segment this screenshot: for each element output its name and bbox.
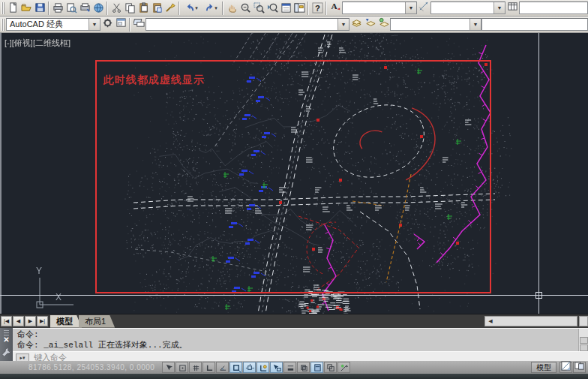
chevron-down-icon[interactable]: ▼ [470, 19, 481, 30]
layer-combo[interactable]: ▼ [146, 18, 350, 31]
undo-button[interactable]: ▾ [182, 2, 201, 15]
drawing-area[interactable]: [-][俯视][二维线框] 此时线都成虚线显示 Y X [0, 33, 588, 314]
tab-layout1[interactable]: 布局1 [79, 315, 115, 328]
command-window-drag-grip[interactable] [4, 329, 9, 335]
toggle-selection-cycling[interactable] [324, 362, 337, 373]
status-right-group: 模型 [531, 362, 586, 373]
toolbar-drag-handle[interactable] [2, 2, 4, 14]
standard-toolbar: ▾▾? A ▼ ▼ [0, 0, 588, 17]
model-space-button[interactable]: 模型 [531, 362, 556, 373]
open-file-button[interactable] [20, 2, 33, 15]
tab-nav-next-button[interactable]: ▶ [25, 316, 36, 326]
layers-icon [134, 17, 145, 32]
chevron-down-icon[interactable]: ▾ [195, 5, 198, 11]
table-style-combo[interactable] [519, 2, 588, 14]
scroll-up-icon[interactable] [580, 337, 588, 344]
zoom-window-button[interactable] [252, 2, 266, 15]
workspace-settings-button[interactable] [100, 18, 114, 32]
chevron-down-icon[interactable]: ▼ [494, 2, 505, 14]
dim-style-combo[interactable]: ▼ [430, 2, 506, 14]
wrench-icon-glyph [1, 347, 12, 360]
copy-button[interactable] [123, 2, 136, 15]
chevron-down-icon[interactable]: ▼ [405, 2, 416, 14]
text-style-icon-glyph: A [330, 1, 341, 15]
toggle-ortho-mode[interactable] [202, 362, 215, 373]
linetype-combo[interactable] [482, 18, 588, 31]
plot-button[interactable] [51, 2, 64, 15]
toggle-object-snap[interactable] [230, 362, 242, 373]
workspace-save-button[interactable] [114, 18, 128, 32]
paste-button[interactable] [136, 2, 150, 15]
workspace-switch-button[interactable] [573, 362, 586, 373]
layer-previous-button[interactable] [363, 18, 376, 32]
toggle-snap-mode[interactable] [176, 362, 188, 373]
table-style-icon[interactable] [506, 2, 519, 15]
properties-button[interactable] [279, 2, 292, 15]
toggle-infer-constraints[interactable] [162, 362, 175, 373]
command-history-line: 命令: _ai_selall 正在选择对象...完成。 [17, 340, 584, 350]
layer-states-button[interactable] [350, 18, 363, 32]
chevron-down-icon[interactable]: ▾ [214, 5, 218, 11]
toolbar-separator [48, 2, 50, 15]
pan-button[interactable] [225, 2, 238, 15]
page-setup-button[interactable] [78, 2, 92, 15]
wrench-icon[interactable] [1, 347, 12, 361]
toggle-object-snap-tracking[interactable] [243, 362, 256, 373]
redo-button[interactable]: ▾ [201, 2, 220, 15]
toggle-dynamic-input[interactable] [270, 362, 283, 373]
workspace-toolbar: AutoCAD 经典 ▼ ▼ ▼ [0, 17, 588, 33]
match-properties-button[interactable] [164, 2, 177, 15]
plot-preview-button[interactable] [64, 2, 78, 15]
layer-state-icon [351, 17, 362, 32]
command-scrollbar[interactable] [578, 329, 588, 351]
workspace-combo[interactable]: AutoCAD 经典 ▼ [6, 18, 100, 31]
text-style-combo[interactable]: ▼ [342, 2, 417, 14]
new-file-button[interactable] [6, 2, 20, 15]
chevron-down-icon[interactable]: ▼ [88, 19, 100, 30]
zoom-realtime-button[interactable] [238, 2, 252, 15]
status-bar: 81786.5128, 254053.3940, 0.0000 模型 [0, 361, 588, 374]
tab-nav-last-button[interactable]: ▶| [37, 316, 48, 326]
layer-properties-button[interactable] [132, 18, 146, 32]
dim-style-icon[interactable] [417, 2, 430, 15]
scroll-left-icon[interactable]: ◀ [485, 317, 496, 326]
close-icon[interactable]: ✕ [3, 335, 9, 344]
help-button[interactable]: ? [310, 2, 324, 15]
command-window-strip: ✕ [0, 328, 13, 361]
toggle-dynamic-ucs[interactable] [256, 362, 269, 373]
chevron-down-icon[interactable]: ▼ [338, 19, 349, 30]
toggle-quick-properties[interactable] [310, 362, 323, 373]
tab-nav-prev-button[interactable]: ◀ [13, 316, 24, 326]
command-history[interactable]: 命令: 命令: _ai_selall 正在选择对象...完成。 [13, 329, 588, 351]
tab-model[interactable]: 模型 [50, 315, 82, 328]
window-icon [116, 17, 127, 32]
toggle-lineweight[interactable] [284, 362, 296, 373]
zoom-previous-button[interactable] [266, 2, 279, 15]
paste-special-button[interactable] [150, 2, 164, 15]
annotation-text: 此时线都成虚线显示 [104, 74, 205, 87]
toggle-transparency[interactable] [297, 362, 310, 373]
cut-button[interactable] [110, 2, 123, 15]
scroll-down-icon[interactable] [580, 344, 588, 351]
annotation-scale-button[interactable] [560, 362, 572, 373]
layer-isolate-button[interactable] [376, 18, 390, 32]
tab-nav-first-button[interactable]: |◀ [1, 316, 12, 326]
color-combo[interactable]: ▼ [390, 18, 482, 31]
table-style-icon-glyph [507, 1, 518, 15]
crosshair-vertical [538, 33, 539, 314]
text-style-icon[interactable]: A [328, 2, 342, 15]
gear-icon [102, 17, 113, 32]
horizontal-scrollbar[interactable]: ◀ [484, 316, 578, 326]
scrollbar-right-button[interactable] [579, 316, 588, 326]
toggle-grid-display[interactable] [189, 362, 202, 373]
toggle-annotation-monitor[interactable] [338, 362, 350, 373]
designcenter-button[interactable] [292, 2, 306, 15]
toolbar-drag-handle[interactable] [2, 19, 4, 31]
toolbar-separator [129, 18, 130, 32]
publish-button[interactable] [92, 2, 105, 15]
svg-text:A: A [331, 2, 338, 11]
coordinate-readout[interactable]: 81786.5128, 254053.3940, 0.0000 [28, 363, 154, 371]
save-file-button[interactable] [33, 2, 46, 15]
drawing-area-left-edge [0, 33, 2, 314]
toggle-polar-tracking[interactable] [216, 362, 229, 373]
